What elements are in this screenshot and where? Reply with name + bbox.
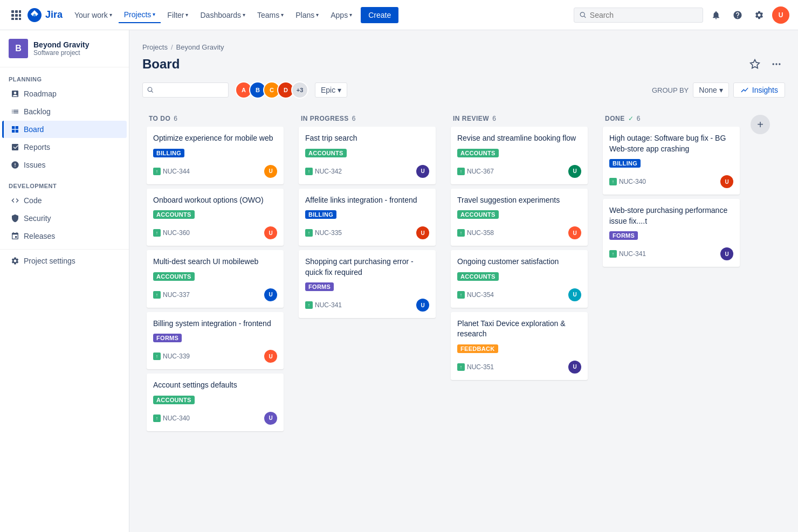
add-column-button[interactable]: + <box>751 115 770 134</box>
card-issue: NUC-344 <box>153 168 190 175</box>
nav-items: Your work ▾ Projects ▾ Filter ▾ Dashboar… <box>69 7 398 23</box>
card-nuc-335[interactable]: Affelite links integration - frontend BI… <box>299 189 436 246</box>
column-done: DONE ✓ 6 High outage: Software bug fix -… <box>598 109 744 271</box>
sidebar: B Beyond Gravity Software project PLANNI… <box>0 30 129 532</box>
help-button[interactable] <box>729 6 746 24</box>
card-title: Ongoing customer satisfaction <box>457 257 581 267</box>
card-nuc-340-todo[interactable]: Account settings defaults ACCOUNTS NUC-3… <box>147 374 284 431</box>
insights-button[interactable]: Insights <box>733 82 785 98</box>
nav-teams[interactable]: Teams ▾ <box>252 8 289 23</box>
issue-icon <box>153 414 161 422</box>
card-nuc-351[interactable]: Planet Taxi Device exploration & researc… <box>451 312 588 380</box>
board-search-input[interactable] <box>157 86 224 94</box>
search-box[interactable] <box>574 8 703 23</box>
sidebar-item-backlog[interactable]: Backlog <box>2 103 127 120</box>
chevron-down-icon: ▾ <box>243 12 245 18</box>
card-issue: NUC-354 <box>457 291 494 299</box>
search-icon <box>580 11 587 19</box>
sidebar-item-roadmap[interactable]: Roadmap <box>2 85 127 102</box>
card-title: High outage: Software bug fix - BG Web-s… <box>609 133 733 154</box>
svg-rect-4 <box>15 14 18 17</box>
column-inprogress-title: IN PROGRESS <box>301 115 349 122</box>
groupby-label: GROUP BY <box>652 86 689 94</box>
card-tag: ACCOUNTS <box>457 149 499 157</box>
column-todo-count: 6 <box>174 115 177 122</box>
star-button[interactable] <box>746 56 763 73</box>
groupby-area: GROUP BY None ▾ Insights <box>652 82 785 98</box>
groupby-select[interactable]: None ▾ <box>693 82 728 98</box>
chevron-down-icon: ▾ <box>349 12 352 18</box>
board-search-icon <box>147 86 154 94</box>
epic-filter-button[interactable]: Epic ▾ <box>315 82 347 98</box>
breadcrumb-projects-link[interactable]: Projects <box>142 43 168 51</box>
project-icon: B <box>9 39 28 58</box>
user-avatar[interactable]: U <box>772 6 789 24</box>
card-title: Account settings defaults <box>153 380 277 391</box>
search-input[interactable] <box>590 11 697 19</box>
card-issue: NUC-340 <box>153 414 190 422</box>
nav-plans[interactable]: Plans ▾ <box>290 8 324 23</box>
nav-your-work[interactable]: Your work ▾ <box>69 8 118 23</box>
card-nuc-344[interactable]: Optimize experience for mobile web BILLI… <box>147 127 284 184</box>
project-name: Beyond Gravity <box>33 40 89 49</box>
card-nuc-342[interactable]: Fast trip search ACCOUNTS NUC-342 U <box>299 127 436 184</box>
breadcrumb-project-link[interactable]: Beyond Gravity <box>176 43 224 51</box>
more-button[interactable] <box>768 56 785 73</box>
card-nuc-341-prog[interactable]: Shopping cart purchasing error - quick f… <box>299 250 436 318</box>
development-section-label: DEVELOPMENT <box>0 174 129 191</box>
card-nuc-354[interactable]: Ongoing customer satisfaction ACCOUNTS N… <box>451 250 588 308</box>
sidebar-item-reports[interactable]: Reports <box>2 139 127 156</box>
insights-icon <box>740 86 749 94</box>
sidebar-item-board[interactable]: Board <box>2 121 127 138</box>
card-avatar: U <box>568 226 581 239</box>
create-button[interactable]: Create <box>361 7 398 23</box>
issue-icon <box>153 229 161 237</box>
nav-dashboards[interactable]: Dashboards ▾ <box>195 8 251 23</box>
settings-button[interactable] <box>751 6 768 24</box>
topnav: Jira Your work ▾ Projects ▾ Filter ▾ Das… <box>0 0 798 30</box>
grid-icon[interactable] <box>9 8 24 23</box>
card-nuc-367[interactable]: Revise and streamline booking flow ACCOU… <box>451 127 588 184</box>
avatar-extra-count[interactable]: +3 <box>291 81 308 99</box>
nav-filter[interactable]: Filter ▾ <box>162 8 194 23</box>
card-nuc-340-done[interactable]: High outage: Software bug fix - BG Web-s… <box>603 127 740 195</box>
svg-rect-8 <box>19 18 21 20</box>
svg-line-10 <box>584 16 586 17</box>
column-todo: TO DO 6 Optimize experience for mobile w… <box>142 109 288 436</box>
nav-apps[interactable]: Apps ▾ <box>325 8 357 23</box>
column-done-title: DONE <box>605 115 625 122</box>
jira-logo[interactable]: Jira <box>26 6 63 24</box>
issue-icon <box>457 291 465 299</box>
project-header[interactable]: B Beyond Gravity Software project <box>0 30 129 67</box>
sidebar-item-code[interactable]: Code <box>2 192 127 209</box>
column-inprogress-count: 6 <box>352 115 356 122</box>
card-avatar: U <box>264 288 277 301</box>
column-inprogress: IN PROGRESS 6 Fast trip search ACCOUNTS … <box>294 109 440 322</box>
sidebar-item-releases[interactable]: Releases <box>2 227 127 245</box>
nav-projects[interactable]: Projects ▾ <box>119 7 161 23</box>
card-nuc-358[interactable]: Travel suggestion experiments ACCOUNTS N… <box>451 189 588 246</box>
card-nuc-337[interactable]: Multi-dest search UI mobileweb ACCOUNTS … <box>147 250 284 308</box>
svg-point-11 <box>773 63 774 65</box>
card-nuc-341-done[interactable]: Web-store purchasing performance issue f… <box>603 199 740 267</box>
board-columns: TO DO 6 Optimize experience for mobile w… <box>142 109 785 436</box>
main-content: Projects / Beyond Gravity Board A B C D … <box>129 30 798 532</box>
sidebar-item-project-settings[interactable]: Project settings <box>2 252 127 270</box>
card-nuc-360[interactable]: Onboard workout options (OWO) ACCOUNTS N… <box>147 189 284 246</box>
issue-icon <box>305 168 313 175</box>
card-tag: FORMS <box>609 231 638 240</box>
groupby-chevron-icon: ▾ <box>719 86 723 94</box>
card-nuc-339[interactable]: Billing system integration - frontend FO… <box>147 312 284 370</box>
card-title: Revise and streamline booking flow <box>457 133 581 144</box>
card-tag: BILLING <box>305 210 336 219</box>
card-issue: NUC-337 <box>153 291 190 299</box>
board-search-box[interactable] <box>142 82 229 98</box>
sidebar-item-security[interactable]: Security <box>2 210 127 227</box>
breadcrumb: Projects / Beyond Gravity <box>142 43 785 51</box>
card-avatar: U <box>416 226 429 239</box>
card-tag: FORMS <box>153 334 182 342</box>
sidebar-item-issues[interactable]: Issues <box>2 156 127 174</box>
card-title: Optimize experience for mobile web <box>153 133 277 144</box>
board-toolbar: A B C D +3 Epic ▾ GROUP BY None ▾ Insigh… <box>142 81 785 99</box>
notifications-button[interactable] <box>707 6 725 24</box>
